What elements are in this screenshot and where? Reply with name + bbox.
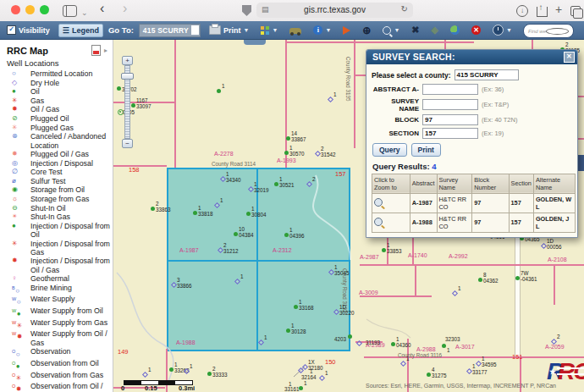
legend-item-injection-disposal-from-oil-gas[interactable]: ✸Injection / Disposal from Oil / Gas xyxy=(0,257,113,274)
well-marker[interactable] xyxy=(284,151,289,155)
legend-item-sulfur-test[interactable]: øSulfur Test xyxy=(0,177,113,186)
refresh-icon[interactable]: ↻ xyxy=(401,4,408,14)
well-marker[interactable] xyxy=(286,329,290,333)
zoom-slider[interactable]: + − xyxy=(121,56,134,148)
legend-item-geothermal[interactable]: ♀Geothermal xyxy=(0,274,113,284)
map-canvas[interactable]: A-2278A-1993158157County Road 3114County… xyxy=(113,40,584,392)
well-marker[interactable] xyxy=(234,278,240,284)
export-pdf-icon[interactable] xyxy=(91,45,101,56)
legend-item-water-supply-from-gas[interactable]: W✳Water Supply from Gas xyxy=(0,318,113,330)
legend-item-plugged-oil-gas[interactable]: ✸Plugged Oil / Gas xyxy=(0,150,113,159)
back-button[interactable]: ‹ xyxy=(100,2,104,15)
locate-button[interactable]: ⊕ xyxy=(359,24,374,37)
play-tool-button[interactable] xyxy=(339,25,354,36)
well-marker[interactable] xyxy=(219,175,225,181)
well-marker[interactable] xyxy=(193,211,197,215)
well-marker[interactable] xyxy=(466,367,471,373)
forward-button[interactable]: › xyxy=(123,2,127,15)
zoom-magnifier-icon[interactable] xyxy=(374,218,383,226)
legend-item-oil-gas[interactable]: ✸Oil / Gas xyxy=(0,105,113,114)
well-marker[interactable] xyxy=(170,281,176,287)
legend-item-permitted-location[interactable]: ○Permitted Location xyxy=(0,69,113,79)
well-marker[interactable] xyxy=(314,150,320,156)
legend-item-water-supply[interactable]: W○Water Supply xyxy=(0,295,113,306)
well-marker[interactable] xyxy=(328,268,333,274)
well-marker[interactable] xyxy=(475,360,481,366)
legend-item-injection-disposal[interactable]: ◎Injection / Disposal xyxy=(0,159,113,168)
section-input[interactable]: 157 xyxy=(422,128,478,139)
legend-item-observation-from-oil-gas[interactable]: O✸Observation from Oil / Gas xyxy=(0,382,113,392)
well-marker[interactable] xyxy=(284,233,289,237)
legend-item-injection-disposal-from-oil[interactable]: ●Injection / Disposal from Oil xyxy=(0,222,113,240)
well-marker[interactable] xyxy=(318,374,324,380)
compass-tool-button[interactable]: ◈ xyxy=(428,23,442,37)
globe-tool-button[interactable] xyxy=(447,24,463,36)
well-marker[interactable] xyxy=(478,278,482,282)
well-marker[interactable] xyxy=(348,334,352,339)
legend-item-storage-from-gas[interactable]: ☼Storage from Gas xyxy=(0,195,113,204)
well-marker[interactable] xyxy=(299,386,303,390)
zoom-slider-handle[interactable] xyxy=(121,73,134,80)
well-marker[interactable] xyxy=(427,373,431,377)
legend-item-core-test[interactable]: ∅Core Test xyxy=(0,168,113,177)
well-marker[interactable] xyxy=(355,340,361,345)
well-marker[interactable] xyxy=(246,212,251,216)
legend-item-dry-hole[interactable]: ◇Dry Hole xyxy=(0,79,113,88)
legend-item-brine-mining[interactable]: B○Brine Mining xyxy=(0,284,113,295)
stop-tool-button[interactable]: ✕ xyxy=(468,24,484,36)
tab-overview-icon[interactable] xyxy=(570,6,581,16)
close-window-button[interactable] xyxy=(11,5,20,14)
well-marker[interactable] xyxy=(213,202,219,207)
well-marker[interactable] xyxy=(540,242,546,248)
well-marker[interactable] xyxy=(515,276,520,280)
abstract-a--input[interactable] xyxy=(422,84,478,95)
legend-item-water-supply-from-oil-gas[interactable]: W✸Water Supply from Oil / Gas xyxy=(0,329,113,347)
well-marker[interactable] xyxy=(294,305,298,309)
address-bar[interactable]: ▤ gis.rrc.texas.gov ↻ xyxy=(256,3,413,18)
legend-item-water-supply-from-oil[interactable]: W●Water Supply from Oil xyxy=(0,306,113,318)
zoom-to-button[interactable] xyxy=(372,193,410,213)
downloads-icon[interactable]: ↓ xyxy=(516,5,528,17)
legend-item-plugged-gas[interactable]: ✳Plugged Gas xyxy=(0,124,113,133)
legend-item-shut-in-gas[interactable]: ✴Shut-In Gas xyxy=(0,213,113,222)
identify-button[interactable]: i ▼ xyxy=(310,24,334,36)
block-input[interactable]: 97 xyxy=(422,114,478,125)
legend-item-observation-from-gas[interactable]: O✳Observation from Gas xyxy=(0,371,113,383)
well-marker[interactable] xyxy=(442,344,446,348)
legend-item-oil[interactable]: ●Oil xyxy=(0,87,113,97)
visibility-button[interactable]: ✓ Visibility xyxy=(3,24,53,36)
well-marker[interactable] xyxy=(391,342,395,346)
chevron-down-icon[interactable]: ⌄ xyxy=(81,6,88,19)
minimize-window-button[interactable] xyxy=(25,5,35,14)
well-marker[interactable] xyxy=(141,371,147,377)
well-marker[interactable] xyxy=(169,367,174,372)
well-marker[interactable] xyxy=(217,89,221,93)
well-marker[interactable] xyxy=(117,86,121,91)
well-marker[interactable] xyxy=(327,96,333,102)
well-marker[interactable] xyxy=(382,248,386,252)
well-marker[interactable] xyxy=(151,207,155,211)
county-input[interactable]: 415 SCURRY xyxy=(455,69,519,80)
legend-item-plugged-oil[interactable]: ⊘Plugged Oil xyxy=(0,114,113,124)
driving-tool-button[interactable] xyxy=(286,25,305,36)
new-tab-button[interactable]: + xyxy=(555,3,562,16)
map-toolbar-tab[interactable] xyxy=(244,40,266,45)
close-icon[interactable]: ✕ xyxy=(564,52,575,63)
zoom-magnifier-icon[interactable] xyxy=(374,198,383,207)
find-well-search-input[interactable]: Find well api or address xyxy=(523,24,574,38)
query-button[interactable]: Query xyxy=(372,143,407,157)
collapse-icon[interactable]: ▸ xyxy=(104,47,107,54)
find-magnifier-icon[interactable] xyxy=(546,28,570,35)
legend-item-storage-from-oil[interactable]: ◉Storage from Oil xyxy=(0,185,113,195)
well-marker[interactable] xyxy=(333,308,339,314)
legend-item-observation-from-oil[interactable]: O●Observation from Oil xyxy=(0,359,113,371)
goto-input[interactable]: 415 SCURRY xyxy=(139,24,201,37)
clear-tool-button[interactable]: ✖ xyxy=(408,23,422,37)
well-marker[interactable] xyxy=(451,290,457,295)
well-marker[interactable] xyxy=(207,372,212,376)
dialog-title-bar[interactable]: SURVEY SEARCH: ✕ xyxy=(366,50,577,64)
basemap-button[interactable]: ▼ xyxy=(257,25,281,36)
well-marker[interactable] xyxy=(306,180,311,186)
well-marker[interactable] xyxy=(550,338,556,344)
zoom-to-button[interactable] xyxy=(372,213,410,232)
